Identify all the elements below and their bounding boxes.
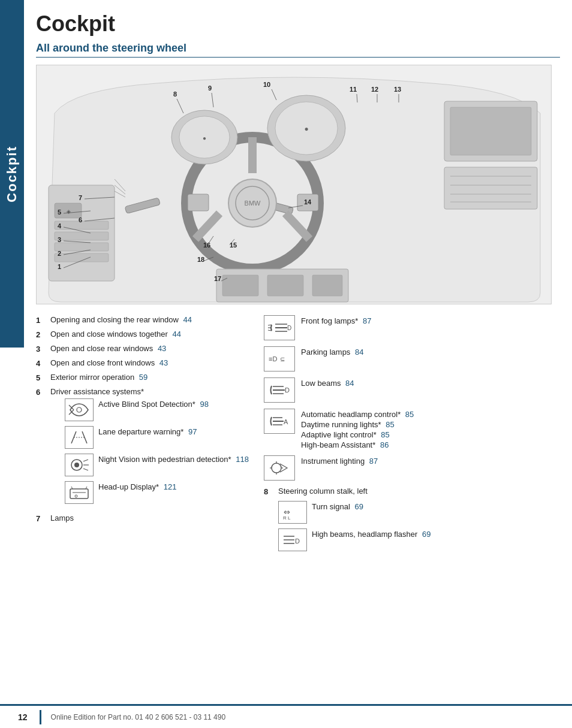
instrument-lighting-icon [264,455,295,481]
svg-rect-26 [450,107,531,155]
sidebar-label: Cockpit [0,0,24,348]
svg-rect-27 [444,167,537,209]
svg-text:15: 15 [230,241,237,249]
page-ref[interactable]: 59 [139,373,147,382]
svg-rect-3 [55,232,109,240]
item-description: Open and close rear windows 43 [50,344,252,353]
sub-item: D High beams, headlamp flasher 69 [278,528,560,551]
instrument-lighting-label: Instrument lighting 87 [301,457,378,466]
right-icon-row: D Front fog lamps* 87 [264,315,560,340]
svg-rect-4 [55,243,109,251]
list-item: 3 Open and close rear windows 43 [36,344,252,354]
svg-text:13: 13 [394,86,401,93]
svg-text:●: ● [304,125,308,133]
right-icon-row: A Automatic headlamp control* 85 Daytime… [264,409,560,449]
svg-rect-85 [70,489,88,499]
list-item: 4 Open and close front windows 43 [36,358,252,368]
svg-text:5: 5 [58,209,61,216]
item-description: Opening and closing the rear window 44 [50,315,252,324]
svg-text:≡D: ≡D [269,355,277,363]
auto-headlamp-label: Automatic headlamp control* 85 [301,410,414,419]
blind-spot-icon-box [65,398,94,421]
blind-spot-text: Active Blind Spot Detection* 98 [98,398,209,409]
instrument-lighting-texts: Instrument lighting 87 [301,455,378,466]
item-number: 7 [36,513,47,523]
svg-text:◈: ◈ [67,209,71,215]
list-item: 7 Lamps [36,513,252,523]
left-column: 1 Opening and closing the rear window 44… [36,315,252,556]
item-8-header: 8 Steering column stalk, left [264,487,560,496]
item-description: Open and close windows together 44 [50,330,252,339]
cockpit-diagram: ◈ BMW ● ● [36,65,552,304]
low-beams-texts: Low beams 84 [301,377,354,388]
right-icon-row: ≡D ⊆ Parking lamps 84 [264,346,560,371]
svg-text:D: D [287,325,291,331]
hud-text: Head-up Display* 121 [98,481,176,491]
auto-headlamp-texts: Automatic headlamp control* 85 Daytime r… [301,409,414,449]
svg-text:R  L: R L [283,515,291,521]
svg-text:1: 1 [58,263,61,270]
parking-lamps-texts: Parking lamps 84 [301,346,363,357]
high-beam-flasher-icon-box: D [278,528,307,551]
item-number: 4 [36,358,47,368]
parking-lamps-icon: ≡D ⊆ [264,346,295,371]
item-8-text: Steering column stalk, left [278,487,368,496]
high-beam-flasher-text: High beams, headlamp flasher 69 [312,528,430,539]
svg-rect-34 [267,275,303,296]
svg-text:⊆: ⊆ [280,356,285,363]
low-beams-label: Low beams 84 [301,379,354,388]
item-number: 1 [36,315,47,325]
page-ref[interactable]: 44 [172,330,180,339]
svg-text:8: 8 [173,90,177,98]
page-ref[interactable]: 44 [183,315,192,324]
svg-rect-35 [312,275,342,296]
page-number: 12 [18,712,28,722]
bottom-section: 1 Opening and closing the rear window 44… [36,315,560,592]
svg-text:17: 17 [214,275,221,282]
list-item: 1 Opening and closing the rear window 44 [36,315,252,325]
svg-text:A: A [284,418,288,425]
item-8-sub-items: ⇔ R L Turn signal 69 D [278,501,560,551]
svg-text:D: D [295,537,300,545]
svg-text:D: D [285,386,290,394]
list-item: 2 Open and close windows together 44 [36,330,252,339]
item-number: 3 [36,344,47,354]
svg-text:4: 4 [58,222,62,229]
svg-line-82 [83,460,88,461]
item-number: 2 [36,330,47,339]
svg-point-107 [272,463,281,473]
svg-line-84 [83,469,88,470]
page-ref[interactable]: 43 [158,344,166,353]
footer-text: Online Edition for Part no. 01 40 2 606 … [51,713,226,721]
sub-items: Active Blind Spot Detection* 98 [65,398,252,504]
item-number: 8 [264,487,275,496]
parking-lamps-label: Parking lamps 84 [301,348,363,357]
right-icon-row: Instrument lighting 87 [264,455,560,481]
sub-item: Lane departure warning* 97 [65,426,252,449]
svg-text:11: 11 [350,86,357,93]
hud-icon-box [65,481,94,504]
section-title: All around the steering wheel [36,42,560,58]
svg-text:14: 14 [304,198,312,206]
svg-text:9: 9 [208,84,212,92]
svg-text:BMW: BMW [245,200,261,207]
svg-text:10: 10 [263,81,270,88]
item-description: Exterior mirror operation 59 [50,373,252,382]
turn-signal-icon-box: ⇔ R L [278,501,307,524]
adaptive-light-label: Adaptive light control* 85 [301,430,414,439]
list-item: 5 Exterior mirror operation 59 [36,373,252,382]
svg-text:12: 12 [371,86,378,93]
front-fog-icon: D [264,315,295,340]
item-description: Open and close front windows 43 [50,358,252,367]
svg-rect-17 [188,194,209,211]
page-footer: 12 Online Edition for Part no. 01 40 2 6… [0,704,572,728]
sub-item: ⇔ R L Turn signal 69 [278,501,560,524]
list-item: 6 Driver assistance systems* [36,387,252,509]
night-vision-text: Night Vision with pedestrian detection* … [98,454,249,464]
svg-point-75 [77,407,82,412]
svg-text:6: 6 [79,216,82,223]
right-icon-row: D Low beams 84 [264,377,560,403]
daytime-running-label: Daytime running lights* 85 [301,420,414,429]
page-ref[interactable]: 43 [159,358,168,367]
page-title: Cockpit [36,12,560,36]
